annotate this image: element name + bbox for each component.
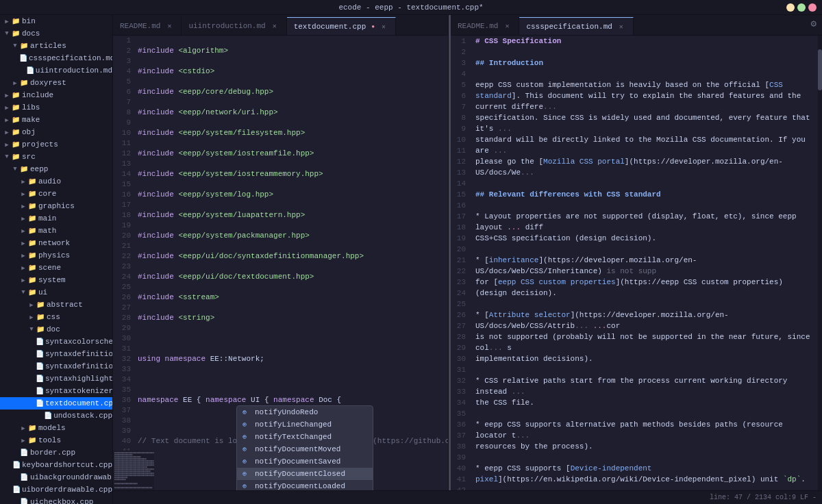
sidebar-item-border[interactable]: 📄 border.cpp — [0, 446, 112, 459]
tab-label: README.md — [458, 22, 498, 30]
tab-uiintro[interactable]: uiintroduction.md ✕ — [182, 17, 286, 35]
sidebar-item-uibackground[interactable]: 📄 uibackgrounddrawab — [0, 471, 112, 483]
sidebar-item-make[interactable]: ▶ 📁 make — [0, 114, 112, 126]
right-tab-bar: README.md ✕ cssspecification.md ✕ ⚙ — [451, 15, 822, 36]
autocomplete-item-documentclosed[interactable]: ⊕ notifyDocumentClosed — [237, 468, 373, 480]
tab-cssspec[interactable]: cssspecification.md ✕ — [519, 17, 633, 35]
sidebar-item-articles[interactable]: ▼ 📁 articles — [0, 40, 112, 52]
sidebar-item-css[interactable]: ▶ 📁 css — [0, 311, 112, 323]
sidebar-item-src[interactable]: ▼ 📁 src — [0, 151, 112, 163]
sidebar-item-math[interactable]: ▶ 📁 math — [0, 225, 112, 237]
md-empty — [475, 364, 812, 375]
markdown-view[interactable]: # CSS Specification ## Introduction eepp… — [470, 36, 818, 490]
file-icon: 📄 — [36, 387, 44, 395]
sidebar-item-syntaxcolorscheme[interactable]: 📄 syntaxcolorscheme — [0, 336, 112, 348]
function-icon: ⊕ — [242, 457, 251, 466]
close-button[interactable] — [808, 3, 817, 12]
sidebar-item-libs[interactable]: ▶ 📁 libs — [0, 101, 112, 114]
sidebar-item-keyboardshortcut[interactable]: 📄 keyboardshortcut.cpp — [0, 459, 112, 471]
code-text[interactable]: #include <algorithm> #include <cstdio> #… — [135, 36, 448, 451]
md-h2-relevant: ## Relevant differences with CSS standar… — [475, 189, 812, 200]
sidebar-item-uicheckbox[interactable]: 📄 uicheckbox.cpp — [0, 496, 112, 504]
sidebar-item-docs[interactable]: ▼ 📁 docs — [0, 27, 112, 40]
function-icon: ⊕ — [242, 445, 251, 453]
sidebar-item-main[interactable]: ▶ 📁 main — [0, 212, 112, 225]
sidebar-item-models[interactable]: ▶ 📁 models — [0, 422, 112, 434]
maximize-button[interactable] — [797, 3, 806, 12]
collapse-arrow: ▶ — [19, 264, 27, 272]
md-h1: # CSS Specification — [475, 36, 812, 47]
sidebar-item-network[interactable]: ▶ 📁 network — [0, 237, 112, 249]
code-content: 1 2 3 4 5 6 7 8 9 10 11 12 13 — [113, 36, 448, 451]
sidebar-item-core[interactable]: ▶ 📁 core — [0, 188, 112, 200]
editor-area: README.md ✕ uiintroduction.md ✕ textdocu… — [113, 15, 822, 504]
autocomplete-popup[interactable]: ⊕ notifyUndoRedo ⊕ notifyLineChanged ⊕ n… — [236, 405, 373, 490]
sidebar-item-uiintro[interactable]: 📄 uiintroduction.md — [0, 64, 112, 77]
window-controls[interactable] — [786, 3, 817, 12]
tab-label: uiintroduction.md — [188, 22, 265, 30]
tab-close-textdoc[interactable]: ✕ — [379, 22, 388, 32]
file-icon: 📄 — [36, 399, 44, 407]
autocomplete-item-textchanged[interactable]: ⊕ notifyTextChanged — [237, 431, 373, 443]
sidebar-item-projects[interactable]: ▶ 📁 projects — [0, 138, 112, 151]
sidebar-item-abstract[interactable]: ▶ 📁 abstract — [0, 299, 112, 311]
autocomplete-label: notifyDocumentMoved — [255, 445, 340, 453]
sidebar-item-tools[interactable]: ▶ 📁 tools — [0, 434, 112, 446]
md-bullet4: * CSS relative paths start from the proc… — [475, 375, 812, 397]
folder-icon: 📁 — [11, 29, 21, 38]
code-editor-left[interactable]: 1 2 3 4 5 6 7 8 9 10 11 12 13 — [113, 36, 448, 490]
sidebar-item-physics[interactable]: ▶ 📁 physics — [0, 249, 112, 262]
settings-icon[interactable]: ⚙ — [811, 18, 817, 29]
sidebar-item-ui[interactable]: ▼ 📁 ui — [0, 286, 112, 299]
autocomplete-item-undoredo[interactable]: ⊕ notifyUndoRedo — [237, 406, 373, 418]
autocomplete-item-documentloaded[interactable]: ⊕ notifyDocumentLoaded — [237, 480, 373, 490]
sidebar-item-bin[interactable]: ▶ 📁 bin — [0, 15, 112, 27]
file-tree-sidebar[interactable]: ▶ 📁 bin ▼ 📁 docs ▼ 📁 articles 📄 cssspeci… — [0, 15, 113, 504]
sidebar-item-eepp[interactable]: ▼ 📁 eepp — [0, 163, 112, 175]
sidebar-item-syntaxtokenizer[interactable]: 📄 syntaxtokenizer.cp — [0, 385, 112, 397]
tab-close-readme[interactable]: ✕ — [164, 21, 174, 31]
sidebar-item-label: syntaxcolorscheme — [45, 338, 113, 346]
sidebar-item-label: uiintroduction.md — [36, 66, 112, 75]
collapse-arrow: ▼ — [11, 42, 19, 49]
folder-icon: 📁 — [27, 227, 37, 235]
sidebar-item-uiborderdrawable[interactable]: 📄 uiborderdrawable.cpp — [0, 483, 112, 496]
sidebar-item-label: syntaxhighlighter.c — [45, 375, 113, 383]
sidebar-item-doc[interactable]: ▼ 📁 doc — [0, 323, 112, 336]
folder-icon: 📁 — [27, 190, 37, 198]
autocomplete-item-documentsaved[interactable]: ⊕ notifyDocumentSaved — [237, 455, 373, 468]
md-empty — [475, 200, 812, 211]
sidebar-item-graphics[interactable]: ▶ 📁 graphics — [0, 200, 112, 212]
tab-textdoc[interactable]: textdocument.cpp ● ✕ — [287, 17, 396, 35]
tab-close-readme2[interactable]: ✕ — [502, 21, 512, 31]
autocomplete-label: notifyDocumentLoaded — [255, 482, 345, 490]
autocomplete-item-linechanged[interactable]: ⊕ notifyLineChanged — [237, 418, 373, 431]
sidebar-item-textdocument[interactable]: 📄 textdocument.cpp — [0, 397, 112, 410]
sidebar-item-scene[interactable]: ▶ 📁 scene — [0, 262, 112, 274]
tab-close-cssspec[interactable]: ✕ — [616, 22, 626, 32]
sidebar-item-label: tools — [38, 436, 61, 444]
tab-readme[interactable]: README.md ✕ — [113, 17, 182, 35]
collapse-arrow: ▶ — [19, 252, 27, 260]
sidebar-item-cssspec[interactable]: 📄 cssspecification.md — [0, 52, 112, 64]
sidebar-item-undostack[interactable]: 📄 undostack.cpp — [0, 410, 112, 422]
autocomplete-item-documentmoved[interactable]: ⊕ notifyDocumentMoved — [237, 443, 373, 455]
tab-readme2[interactable]: README.md ✕ — [451, 17, 519, 35]
sidebar-item-audio[interactable]: ▶ 📁 audio — [0, 175, 112, 188]
sidebar-item-doxyrest[interactable]: ▶ 📁 doxyrest — [0, 77, 112, 89]
tab-close-uiintro[interactable]: ✕ — [270, 21, 279, 31]
folder-icon: 📁 — [11, 140, 21, 149]
sidebar-item-syntaxdefinitionma[interactable]: 📄 syntaxdefinitionma — [0, 360, 112, 373]
minimap[interactable]: ████████████████████████████████████████… — [113, 451, 154, 490]
sidebar-item-syntaxhighlighter[interactable]: 📄 syntaxhighlighter.c — [0, 373, 112, 385]
main-container: ▶ 📁 bin ▼ 📁 docs ▼ 📁 articles 📄 cssspeci… — [0, 15, 822, 504]
folder-icon: 📁 — [27, 436, 37, 444]
sidebar-item-obj[interactable]: ▶ 📁 obj — [0, 126, 112, 138]
sidebar-item-system[interactable]: ▶ 📁 system — [0, 274, 112, 286]
sidebar-item-include[interactable]: ▶ 📁 include — [0, 89, 112, 101]
right-scrollbar-thumb[interactable] — [818, 49, 822, 90]
sidebar-item-label: articles — [30, 42, 66, 50]
right-scrollbar[interactable] — [818, 36, 822, 490]
minimize-button[interactable] — [786, 3, 795, 12]
sidebar-item-syntaxdefinition[interactable]: 📄 syntaxdefinition.cp — [0, 348, 112, 360]
